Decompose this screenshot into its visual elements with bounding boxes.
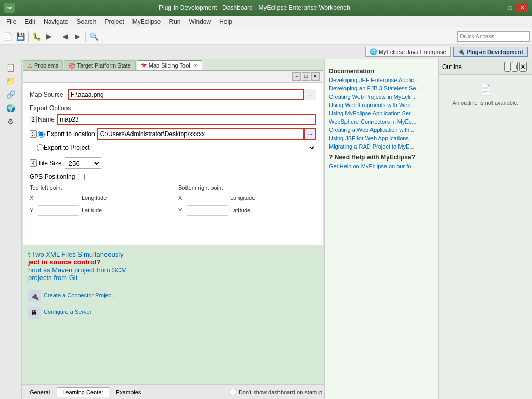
bottomright-group: Bottom right point X Longitude Y Latitu <box>178 184 316 218</box>
forward-button[interactable]: ▶ <box>72 31 83 42</box>
menu-myeclipse[interactable]: MyEclipse <box>128 17 165 26</box>
dashboard-footer: General Learning Center Examples Don't s… <box>22 384 324 399</box>
quickaccess-input[interactable] <box>457 31 530 42</box>
tool-content: Map Source ··· Export Options 2 Name <box>23 83 323 245</box>
name-input[interactable] <box>57 114 316 125</box>
dialog-maximize[interactable]: □ <box>302 72 310 81</box>
topleft-latitude-label: Latitude <box>82 207 102 214</box>
doc-link-4[interactable]: Using MyEclipse Application Ser... <box>329 110 434 116</box>
maximize-button[interactable]: □ <box>504 3 515 12</box>
documentation-title: Documentation <box>329 68 434 75</box>
project-combo[interactable] <box>92 142 316 153</box>
doc-link-5[interactable]: WebSphere Connectors in MyEc... <box>329 118 434 125</box>
menu-help[interactable]: Help <box>215 17 236 26</box>
run-button[interactable]: ▶ <box>43 31 55 42</box>
menu-file[interactable]: File <box>2 17 20 26</box>
bottomright-y-label: Y <box>178 207 187 214</box>
source-control-text: ject in source control? <box>28 258 100 266</box>
need-help-link[interactable]: Get Help on MyEclipse on our fo... <box>329 163 434 169</box>
export-location-radio[interactable] <box>38 131 45 138</box>
sidebar-btn-5[interactable]: ⚙ <box>5 115 17 128</box>
dialog-close[interactable]: ✕ <box>311 72 320 81</box>
export-project-radio[interactable] <box>37 144 44 151</box>
menu-run[interactable]: Run <box>165 17 184 26</box>
export-options-header: Export Options <box>30 104 316 112</box>
bottomright-latitude-label: Latitude <box>230 207 250 214</box>
bottomright-x-label: X <box>178 195 187 201</box>
menu-project[interactable]: Project <box>100 17 128 26</box>
doc-link-0[interactable]: Developing JEE Enterprise Applic... <box>329 77 434 83</box>
footer-tab-examples[interactable]: Examples <box>110 387 147 397</box>
step2-badge: 2 <box>30 116 37 123</box>
topleft-x-input[interactable] <box>38 193 79 203</box>
menu-window[interactable]: Window <box>185 17 216 26</box>
sidebar-btn-4[interactable]: 🌍 <box>5 102 17 114</box>
save-button[interactable]: 💾 <box>15 31 26 42</box>
debug-button[interactable]: 🐛 <box>31 31 42 42</box>
outline-close-button[interactable]: ✕ <box>519 62 527 72</box>
footer-tab-general[interactable]: General <box>24 387 56 397</box>
dialog-win-buttons: − □ ✕ <box>292 72 320 81</box>
problems-icon: ⚠ <box>28 63 32 69</box>
editor-tabbar: ⚠ Problems 🎯 Target Platform State 🗺 Map… <box>22 59 324 70</box>
doc-link-3[interactable]: Using Web Fragments with Web... <box>329 102 434 108</box>
connector-item[interactable]: 🔌 Create a Connector Projec... <box>28 290 318 302</box>
sidebar-btn-1[interactable]: 📋 <box>5 61 17 74</box>
doc-link-7[interactable]: Using JSF for Web Applications <box>329 135 434 141</box>
export-location-input[interactable] <box>97 128 304 140</box>
search-button[interactable]: 🔍 <box>88 31 99 42</box>
menu-navigate[interactable]: Navigate <box>39 17 72 26</box>
sidebar-btn-2[interactable]: 📁 <box>5 75 17 87</box>
topleft-x-label: X <box>30 195 38 201</box>
app-icon: me <box>4 3 15 13</box>
outline-message: An outline is not available. <box>443 100 528 106</box>
topleft-y-input[interactable] <box>38 205 79 216</box>
quick-link-2[interactable]: hout as Maven project from SCM <box>28 266 127 274</box>
tab-maptool[interactable]: 🗺 Map Slicing Tool ✕ <box>137 60 202 70</box>
gps-points-row: Top left point X Longitude Y Latitude <box>30 184 316 218</box>
minimize-button[interactable]: − <box>491 3 503 12</box>
footer-tab-learning[interactable]: Learning Center <box>57 387 109 397</box>
doc-link-1[interactable]: Developing an EJB 3 Stateless Se... <box>329 85 434 91</box>
tab-problems[interactable]: ⚠ Problems <box>23 60 63 70</box>
bottomright-y-input[interactable] <box>187 205 228 216</box>
new-button[interactable]: 📄 <box>2 31 14 42</box>
quick-link-1[interactable]: t Two XML Files Simultaneously <box>28 250 124 258</box>
dont-show-checkbox[interactable] <box>230 389 236 395</box>
outline-title: Outline <box>442 63 462 71</box>
tilesize-select[interactable]: 256 512 128 64 <box>65 157 101 169</box>
dashboard-links-area: Documentation Developing JEE Enterprise … <box>325 59 438 399</box>
connector-icon: 🔌 <box>28 290 41 302</box>
perspective-myeclipse[interactable]: 🌐 MyEclipse Java Enterprise <box>365 47 451 57</box>
export-project-row: Export to Project <box>30 142 316 153</box>
outline-minimize-button[interactable]: □ <box>512 62 518 72</box>
doc-link-6[interactable]: Creating a Web Application with... <box>329 127 434 133</box>
doc-link-2[interactable]: Creating Web Projects in MyEcli... <box>329 94 434 100</box>
plugin-perspective-icon: 🔌 <box>458 48 465 55</box>
outline-panel: Outline − □ ✕ 📄 An outline is not availa… <box>438 59 532 399</box>
outline-collapse-button[interactable]: − <box>504 62 511 72</box>
dialog-minimize[interactable]: − <box>292 72 301 81</box>
sidebar-btn-3[interactable]: 🔗 <box>5 88 17 101</box>
perspective-plugin[interactable]: 🔌 Plug-in Development <box>453 47 528 57</box>
mapsource-browse-button[interactable]: ··· <box>304 89 316 100</box>
close-button[interactable]: ✕ <box>516 3 528 12</box>
server-link[interactable]: Configure a Server <box>44 309 91 315</box>
back-button[interactable]: ◀ <box>59 31 71 42</box>
tab-target-label: Target Platform State <box>77 62 130 69</box>
connector-link[interactable]: Create a Connector Projec... <box>44 292 116 298</box>
export-location-browse-button[interactable]: ··· <box>304 128 316 140</box>
bottomright-x-input[interactable] <box>187 193 228 203</box>
need-help-section: ? Need Help with MyEclipse? Get Help on … <box>329 154 434 169</box>
doc-link-8[interactable]: Migrating a RAD Project to MyE... <box>329 143 434 150</box>
menu-search[interactable]: Search <box>72 17 100 26</box>
server-item[interactable]: 🖥 Configure a Server <box>28 307 318 319</box>
center-panel: ⚠ Problems 🎯 Target Platform State 🗺 Map… <box>22 59 324 399</box>
gps-checkbox[interactable] <box>78 174 85 180</box>
tab-maptool-close[interactable]: ✕ <box>193 63 197 69</box>
step3-badge: 3 <box>30 130 37 138</box>
mapsource-input[interactable] <box>68 89 304 100</box>
quick-link-3[interactable]: projects from Git <box>28 274 77 282</box>
menu-edit[interactable]: Edit <box>20 17 39 26</box>
tab-target[interactable]: 🎯 Target Platform State <box>64 60 135 70</box>
